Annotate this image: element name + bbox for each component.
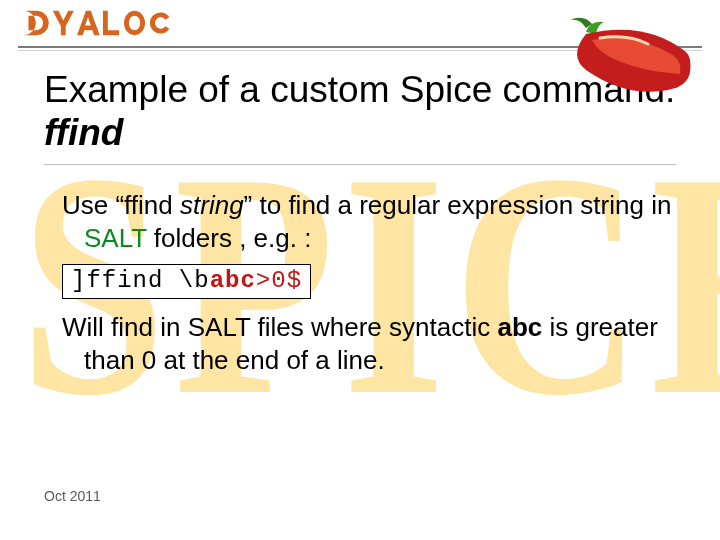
code-tail: >0$ <box>256 267 302 294</box>
chili-pepper-icon <box>552 14 692 94</box>
code-example-box: ]ffind \babc>0$ <box>62 264 311 299</box>
usage-text-3: folders , e.g. : <box>147 223 312 253</box>
title-command: ffind <box>44 112 123 153</box>
footer-date: Oct 2011 <box>44 488 101 504</box>
dyalog-logo <box>22 6 192 42</box>
usage-string-word: string <box>180 190 244 220</box>
paragraph-explain: Will find in SALT files where syntactic … <box>44 311 676 376</box>
paragraph-usage: Use “ffind string” to find a regular exp… <box>44 189 676 254</box>
explain-abc: abc <box>497 312 542 342</box>
title-underline <box>44 164 676 165</box>
code-prefix: ]ffind \b <box>71 267 210 294</box>
usage-text-2: ” to find a regular expression string in <box>244 190 672 220</box>
slide-content: Example of a custom Spice command: ffind… <box>0 69 720 376</box>
usage-text-1: Use “ffind <box>62 190 180 220</box>
usage-salt-word: SALT <box>84 223 147 253</box>
explain-text-1: Will find in SALT files where syntactic <box>62 312 497 342</box>
code-abc: abc <box>210 267 256 294</box>
